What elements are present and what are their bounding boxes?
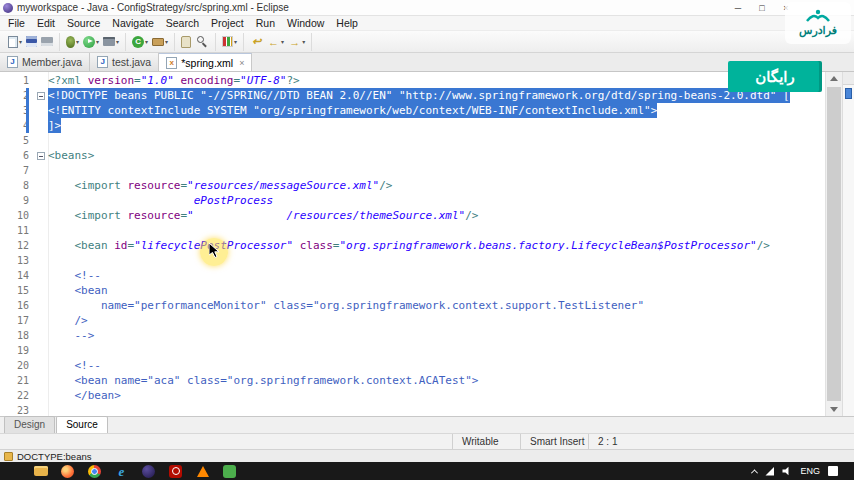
- tab-design[interactable]: Design: [4, 416, 55, 433]
- code-line[interactable]: 6<beans>: [0, 148, 825, 163]
- code-lines[interactable]: 1<?xml version="1.0" encoding="UTF-8"?>2…: [0, 72, 825, 416]
- editor-vertical-scrollbar[interactable]: [825, 72, 842, 416]
- back-button[interactable]: ▾: [265, 34, 286, 49]
- code-line[interactable]: 11: [0, 223, 825, 238]
- code-line[interactable]: 15 <bean: [0, 283, 825, 298]
- overview-ruler[interactable]: [842, 72, 854, 416]
- code-line[interactable]: 19: [0, 343, 825, 358]
- run-button[interactable]: ▾: [81, 35, 101, 49]
- collapse-icon[interactable]: [37, 152, 45, 160]
- new-wizard-button[interactable]: ▾: [6, 35, 24, 49]
- external-tools-button[interactable]: ▾: [101, 36, 121, 47]
- menu-edit[interactable]: Edit: [31, 16, 61, 31]
- code-text[interactable]: <beans>: [48, 148, 94, 163]
- code-line[interactable]: 23: [0, 403, 825, 416]
- code-text[interactable]: <!ENTITY contextInclude SYSTEM "org/spri…: [48, 103, 657, 118]
- code-text[interactable]: <bean id="lifecyclePostProcessor" class=…: [48, 238, 770, 253]
- volume-icon[interactable]: [782, 466, 792, 476]
- chevron-up-icon[interactable]: [751, 469, 758, 476]
- code-text[interactable]: <!--: [48, 268, 101, 283]
- code-text[interactable]: <import resource="resources/messageSourc…: [48, 178, 392, 193]
- code-line[interactable]: 7: [0, 163, 825, 178]
- code-text[interactable]: name="performanceMonitor" class="org.spr…: [48, 298, 644, 313]
- debug-button[interactable]: ▾: [64, 35, 81, 49]
- code-text[interactable]: <bean: [48, 283, 108, 298]
- file-explorer[interactable]: [27, 462, 54, 480]
- network-icon[interactable]: [765, 467, 774, 476]
- maximize-button[interactable]: □: [750, 0, 774, 15]
- new-java-class-button[interactable]: ▾: [130, 35, 150, 49]
- tab-spring-xml[interactable]: *spring.xml×: [159, 53, 252, 71]
- menu-search[interactable]: Search: [160, 16, 205, 31]
- code-text[interactable]: -->: [48, 328, 94, 343]
- code-text[interactable]: ePostProcess: [48, 193, 273, 208]
- code-text[interactable]: ]>: [48, 118, 61, 133]
- xml-editor[interactable]: 1<?xml version="1.0" encoding="UTF-8"?>2…: [0, 72, 854, 416]
- vlc-icon: [197, 466, 209, 477]
- menu-window[interactable]: Window: [281, 16, 330, 31]
- code-text[interactable]: <!--: [48, 358, 101, 373]
- code-line[interactable]: 5: [0, 133, 825, 148]
- last-edit-location-button[interactable]: [248, 34, 265, 49]
- firefox[interactable]: [54, 462, 81, 480]
- tab-Member-java[interactable]: Member.java: [0, 53, 90, 71]
- code-line[interactable]: 10 <import resource=" /resources/themeSo…: [0, 208, 825, 223]
- scroll-up-icon[interactable]: [826, 72, 842, 86]
- chrome[interactable]: [81, 462, 108, 480]
- language-indicator[interactable]: ENG: [800, 466, 820, 476]
- open-jar-button[interactable]: [179, 35, 193, 49]
- acrobat-reader[interactable]: [162, 462, 189, 480]
- code-text[interactable]: <?xml version="1.0" encoding="UTF-8"?>: [48, 73, 300, 88]
- code-text[interactable]: <import resource=" /resources/themeSourc…: [48, 208, 479, 223]
- eclipse[interactable]: [135, 462, 162, 480]
- print-button[interactable]: [39, 36, 55, 47]
- code-text[interactable]: <!DOCTYPE beans PUBLIC "-//SPRING//DTD B…: [48, 88, 790, 103]
- code-line[interactable]: 22 </bean>: [0, 388, 825, 403]
- notification-icon[interactable]: [828, 466, 838, 476]
- menu-run[interactable]: Run: [250, 16, 281, 31]
- code-line[interactable]: 17 />: [0, 313, 825, 328]
- notepad[interactable]: [216, 462, 243, 480]
- search-button[interactable]: [193, 34, 211, 50]
- code-text[interactable]: <bean name="aca" class="org.springframew…: [48, 373, 478, 388]
- edge[interactable]: [108, 462, 135, 480]
- selection-marker[interactable]: [845, 88, 852, 99]
- code-line[interactable]: 13: [0, 253, 825, 268]
- menu-help[interactable]: Help: [330, 16, 364, 31]
- menu-project[interactable]: Project: [205, 16, 250, 31]
- new-java-package-button[interactable]: ▾: [150, 37, 170, 47]
- code-line[interactable]: 18 -->: [0, 328, 825, 343]
- code-line[interactable]: 20 <!--: [0, 358, 825, 373]
- tab-source[interactable]: Source: [56, 416, 108, 433]
- code-line[interactable]: 16 name="performanceMonitor" class="org.…: [0, 298, 825, 313]
- code-line[interactable]: 9 ePostProcess: [0, 193, 825, 208]
- scroll-down-icon[interactable]: [826, 402, 842, 416]
- code-text[interactable]: </bean>: [48, 388, 121, 403]
- vlc[interactable]: [189, 462, 216, 480]
- code-text[interactable]: />: [48, 313, 88, 328]
- code-line[interactable]: 2<!DOCTYPE beans PUBLIC "-//SPRING//DTD …: [0, 88, 825, 103]
- save-button[interactable]: [24, 35, 39, 48]
- code-line[interactable]: 8 <import resource="resources/messageSou…: [0, 178, 825, 193]
- code-line[interactable]: 3<!ENTITY contextInclude SYSTEM "org/spr…: [0, 103, 825, 118]
- tab-test-java[interactable]: test.java: [90, 53, 159, 71]
- menu-source[interactable]: Source: [61, 16, 106, 31]
- collapse-icon[interactable]: [37, 92, 45, 100]
- open-jar-icon: [181, 36, 191, 48]
- close-tab-icon[interactable]: ×: [239, 58, 244, 68]
- minimize-button[interactable]: ─: [726, 0, 750, 15]
- code-line[interactable]: 12 <bean id="lifecyclePostProcessor" cla…: [0, 238, 825, 253]
- forward-button[interactable]: ▾: [286, 34, 307, 49]
- scrollbar-thumb[interactable]: [827, 87, 841, 401]
- dropdown-caret-icon: ▾: [302, 38, 305, 45]
- save-icon: [26, 36, 37, 47]
- code-line[interactable]: 1<?xml version="1.0" encoding="UTF-8"?>: [0, 73, 825, 88]
- coverage-button[interactable]: ▾: [220, 35, 239, 48]
- code-line[interactable]: 4]>: [0, 118, 825, 133]
- menu-file[interactable]: File: [2, 16, 31, 31]
- dropdown-caret-icon: ▾: [165, 38, 168, 45]
- code-line[interactable]: 21 <bean name="aca" class="org.springfra…: [0, 373, 825, 388]
- menu-navigate[interactable]: Navigate: [106, 16, 159, 31]
- code-line[interactable]: 14 <!--: [0, 268, 825, 283]
- start-button[interactable]: [0, 462, 27, 480]
